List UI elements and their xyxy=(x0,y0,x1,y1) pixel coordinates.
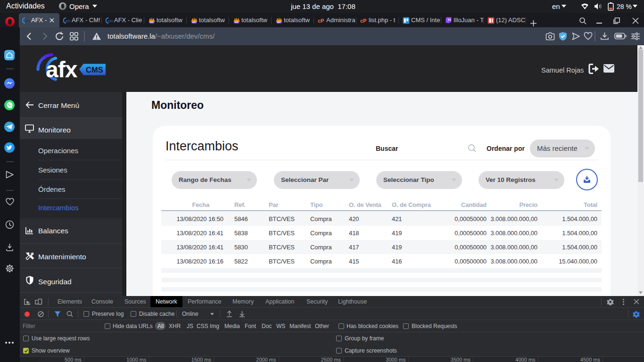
svg-text:cP: cP xyxy=(360,18,366,24)
svg-text:FAST: FAST xyxy=(235,22,239,24)
svg-text:FAST: FAST xyxy=(277,22,281,24)
svg-text:CMS: CMS xyxy=(86,66,103,74)
svg-text:FAST: FAST xyxy=(150,22,154,24)
svg-text:FAST: FAST xyxy=(192,22,196,24)
svg-text:cP: cP xyxy=(318,18,324,24)
svg-text:afx: afx xyxy=(25,19,29,23)
svg-text:afx: afx xyxy=(108,19,113,23)
svg-text:afx: afx xyxy=(66,19,70,23)
